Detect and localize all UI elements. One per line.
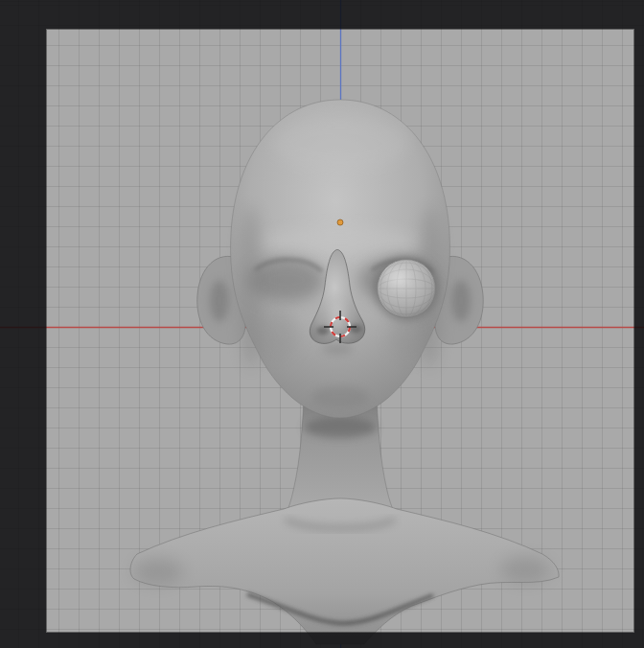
- passepartout-bottom: [0, 633, 644, 648]
- shoulder-shade-left: [133, 558, 183, 585]
- origin-dot[interactable]: [337, 220, 343, 225]
- head-model[interactable]: [130, 100, 559, 644]
- nostril-right: [350, 325, 362, 334]
- shade: [256, 311, 298, 360]
- shade: [273, 115, 407, 173]
- shade: [390, 314, 428, 360]
- passepartout-left: [0, 29, 46, 633]
- nose-highlight: [331, 303, 344, 330]
- ear-left-shade: [210, 280, 229, 322]
- jaw-shadow: [304, 417, 377, 438]
- origin-point[interactable]: [337, 220, 343, 225]
- nostril-left: [317, 327, 330, 336]
- passepartout-right: [634, 29, 644, 633]
- eyeball-highlight: [387, 270, 406, 286]
- scene-canvas: [0, 0, 644, 648]
- shoulder-shade-right: [500, 556, 550, 583]
- nose-shadow: [322, 343, 353, 355]
- shade: [311, 386, 369, 407]
- eyeball[interactable]: [378, 260, 436, 318]
- passepartout-top: [0, 0, 644, 29]
- 3d-viewport[interactable]: [0, 0, 644, 648]
- ear-right-shade: [451, 280, 471, 322]
